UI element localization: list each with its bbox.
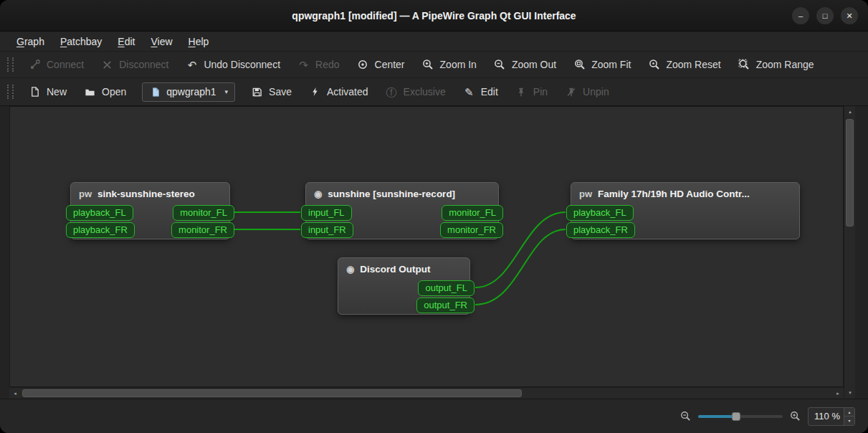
center-icon: [357, 59, 369, 71]
maximize-button[interactable]: □: [816, 7, 834, 24]
zoom-out-label: Zoom Out: [512, 59, 556, 70]
close-icon: ✕: [846, 11, 852, 21]
maximize-icon: □: [823, 11, 828, 20]
new-file-icon: [29, 86, 41, 98]
window-titlebar[interactable]: qpwgraph1 [modified] — A PipeWire Graph …: [0, 0, 868, 32]
minimize-button[interactable]: –: [792, 7, 809, 24]
zoom-in-icon: [790, 411, 801, 422]
edit-label: Edit: [481, 86, 498, 97]
scroll-up-arrow[interactable]: ▴: [844, 106, 856, 118]
wire-output-fl-to-playback-fl[interactable]: [475, 212, 566, 287]
zoom-in-icon: [422, 59, 434, 71]
graph-canvas[interactable]: pw sink-sunshine-stereo playback_FL moni…: [9, 106, 844, 387]
edit-toggle[interactable]: ✎ Edit: [454, 82, 507, 102]
patchbay-toolbar: New Open qpwgraph1 ▾ Save Activated ⓕ Ex…: [0, 78, 868, 106]
close-button[interactable]: ✕: [841, 7, 858, 24]
activated-toggle[interactable]: Activated: [300, 82, 377, 102]
new-patchbay-button[interactable]: New: [20, 82, 75, 102]
exclusive-icon: ⓕ: [386, 86, 398, 98]
connect-button[interactable]: Connect: [20, 55, 92, 75]
redo-icon: ↷: [297, 59, 310, 71]
menu-edit[interactable]: Edit: [110, 34, 143, 49]
open-folder-icon: [84, 86, 96, 98]
zoom-in-label: Zoom In: [440, 59, 477, 70]
undo-label: Undo Disconnect: [204, 59, 280, 70]
pin-icon: [515, 86, 528, 98]
window-title: qpwgraph1 [modified] — A PipeWire Graph …: [292, 10, 576, 22]
app-window: qpwgraph1 [modified] — A PipeWire Graph …: [0, 0, 868, 433]
save-icon: [251, 86, 263, 98]
exclusive-toggle[interactable]: ⓕ Exclusive: [377, 82, 454, 102]
patchbay-selector-combo[interactable]: qpwgraph1 ▾: [142, 82, 235, 102]
center-button[interactable]: Center: [348, 55, 414, 75]
disconnect-label: Disconnect: [119, 59, 168, 70]
center-label: Center: [375, 59, 405, 70]
zoom-fit-label: Zoom Fit: [591, 59, 631, 70]
scroll-right-arrow[interactable]: ▸: [832, 388, 844, 399]
connect-label: Connect: [47, 59, 84, 70]
menu-graph[interactable]: Graph: [9, 34, 52, 49]
zoom-slider-handle[interactable]: [732, 412, 740, 421]
toolbar-drag-handle[interactable]: [7, 85, 14, 99]
scroll-down-arrow[interactable]: ▾: [844, 387, 856, 399]
redo-button[interactable]: ↷ Redo: [289, 55, 348, 75]
zoom-slider[interactable]: [698, 410, 783, 423]
zoom-out-button[interactable]: Zoom Out: [485, 55, 565, 75]
statusbar: 110 % ▴ ▾: [0, 399, 868, 433]
patchbay-selector-value: qpwgraph1: [166, 86, 216, 97]
horizontal-scrollbar-thumb[interactable]: [22, 389, 522, 397]
unpin-button[interactable]: Unpin: [556, 82, 618, 102]
zoom-reset-label: Zoom Reset: [666, 59, 720, 70]
zoom-range-label: Zoom Range: [756, 59, 814, 70]
minimize-icon: –: [798, 11, 803, 20]
new-label: New: [47, 86, 67, 97]
vertical-scrollbar[interactable]: ▴ ▾: [844, 106, 855, 399]
edit-pencil-icon: ✎: [463, 86, 475, 98]
open-label: Open: [102, 86, 126, 97]
undo-icon: ↶: [186, 59, 198, 71]
menu-help[interactable]: Help: [181, 34, 217, 49]
vertical-scrollbar-thumb[interactable]: [846, 119, 854, 227]
zoom-slider-fill: [698, 415, 735, 418]
zoom-in-button[interactable]: Zoom In: [414, 55, 485, 75]
activated-bolt-icon: [309, 86, 321, 98]
zoom-reset-button[interactable]: Zoom Reset: [639, 55, 729, 75]
spin-up-arrow[interactable]: ▴: [844, 408, 854, 417]
menu-patchbay[interactable]: Patchbay: [52, 34, 110, 49]
zoom-range-button[interactable]: Zoom Range: [730, 55, 823, 75]
pin-label: Pin: [533, 86, 548, 97]
zoom-out-icon: [494, 59, 506, 71]
open-patchbay-button[interactable]: Open: [75, 82, 135, 102]
exclusive-label: Exclusive: [404, 86, 446, 97]
unpin-label: Unpin: [583, 86, 609, 97]
horizontal-scrollbar[interactable]: ◂ ▸: [9, 387, 844, 399]
unpin-icon: [565, 86, 577, 98]
disconnect-icon: [101, 59, 113, 71]
zoom-fit-icon: [573, 59, 586, 71]
zoom-range-icon: [738, 59, 750, 71]
connection-wires: [10, 107, 844, 387]
zoom-out-icon: [680, 411, 691, 422]
toolbar-drag-handle[interactable]: [7, 57, 14, 72]
menu-view[interactable]: View: [143, 34, 180, 49]
chevron-down-icon: ▾: [225, 88, 229, 95]
redo-label: Redo: [315, 59, 339, 70]
graph-toolbar: Connect Disconnect ↶ Undo Disconnect ↷ R…: [0, 52, 868, 78]
window-controls: – □ ✕: [792, 7, 858, 24]
activated-label: Activated: [327, 86, 368, 97]
zoom-value[interactable]: 110 %: [809, 408, 844, 425]
zoom-fit-button[interactable]: Zoom Fit: [565, 55, 639, 75]
scroll-left-arrow[interactable]: ◂: [9, 388, 21, 399]
zoom-spin-buttons: ▴ ▾: [844, 408, 854, 425]
zoom-spinbox[interactable]: 110 % ▴ ▾: [808, 407, 855, 426]
wire-output-fr-to-playback-fr[interactable]: [475, 229, 566, 305]
undo-disconnect-button[interactable]: ↶ Undo Disconnect: [177, 55, 289, 75]
connect-icon: [29, 59, 41, 71]
save-patchbay-button[interactable]: Save: [242, 82, 300, 102]
zoom-reset-icon: [648, 59, 660, 71]
patchbay-file-icon: [149, 86, 161, 98]
spin-down-arrow[interactable]: ▾: [844, 416, 854, 425]
pin-button[interactable]: Pin: [507, 82, 556, 102]
save-label: Save: [269, 86, 292, 97]
disconnect-button[interactable]: Disconnect: [92, 55, 177, 75]
